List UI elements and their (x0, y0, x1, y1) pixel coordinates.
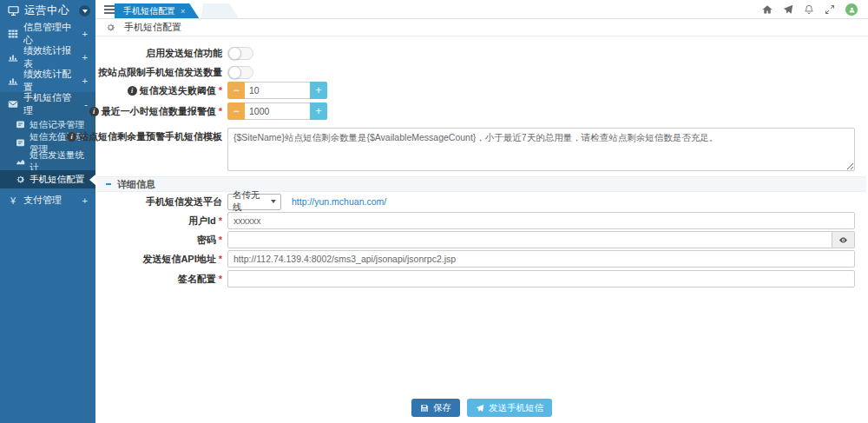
ghost-tab (201, 3, 239, 18)
tab-sms-config[interactable]: 手机短信配置 × (115, 3, 199, 18)
row-api-url: 发送短信API地址 * (95, 250, 855, 268)
limit-by-site-toggle[interactable] (227, 66, 253, 79)
plus-button[interactable]: + (310, 102, 327, 120)
api-url-input[interactable] (227, 250, 855, 268)
active-item-notch (89, 175, 95, 185)
tab-label: 手机短信配置 (123, 5, 175, 17)
main-area: 手机短信配置 × 手机短信配置 (95, 0, 868, 423)
signature-input[interactable] (227, 270, 855, 288)
signature-label: 签名配置 * (95, 273, 227, 286)
sidebar-subitem-label: 短信记录管理 (30, 119, 84, 131)
sidebar-item-sms-management[interactable]: 手机短信管理 - (0, 92, 95, 116)
api-url-label: 发送短信API地址 * (95, 253, 227, 266)
platform-selected-value: 名传无线 (233, 189, 267, 214)
sidebar-item-perf-report[interactable]: 绩效统计报表 + (0, 45, 95, 69)
action-buttons: 保存 发送手机短信 (95, 399, 868, 417)
sidebar-item-label: 手机短信管理 (23, 91, 79, 117)
required-mark: * (219, 86, 222, 96)
platform-select[interactable]: 名传无线 (227, 194, 281, 210)
topbar-icons (762, 3, 858, 16)
hour-alarm-label: 最近一小时短信数量报警值 * (95, 105, 227, 118)
minus-button[interactable]: − (227, 82, 245, 99)
tab-close-icon[interactable]: × (181, 7, 185, 16)
required-mark: * (219, 216, 222, 226)
required-mark: * (219, 107, 222, 116)
sidebar-item-info-center[interactable]: 信息管理中心 + (0, 22, 95, 45)
password-input[interactable] (227, 231, 832, 248)
row-user-id: 用户Id * (95, 212, 855, 229)
fullscreen-icon[interactable] (825, 4, 835, 15)
user-id-label: 用户Id * (95, 215, 227, 228)
eye-icon[interactable] (832, 231, 855, 248)
enable-sms-toggle[interactable] (227, 47, 253, 60)
sidebar-subitem-sms-config[interactable]: 手机短信配置 (0, 170, 95, 188)
row-hour-alarm: 最近一小时短信数量报警值 * − + (95, 102, 855, 121)
sidebar-toggle-icon[interactable] (104, 5, 115, 16)
sidebar-subitem-send-volume-stats[interactable]: 短信发送量统计 (0, 152, 95, 170)
info-icon (67, 132, 76, 142)
fail-threshold-stepper: − + (227, 82, 330, 99)
sidebar-item-label: 信息管理中心 (23, 21, 77, 47)
minus-button[interactable]: − (227, 102, 245, 120)
sidebar-subitem-label: 手机短信配置 (30, 174, 84, 186)
hour-alarm-stepper: − + (227, 102, 330, 120)
app-title: 运营中心 (24, 3, 69, 18)
row-limit-by-site: 按站点限制手机短信发送数量 (95, 63, 855, 82)
page-title: 手机短信配置 (124, 21, 181, 34)
tab-bar: 手机短信配置 × (95, 0, 868, 19)
home-icon[interactable] (762, 4, 773, 15)
area-chart-icon (16, 156, 25, 166)
sidebar-item-perf-config[interactable]: 绩效统计配置 + (0, 69, 95, 92)
bar-chart-icon (8, 52, 18, 63)
fail-threshold-label: 短信发送失败阈值 * (95, 84, 227, 97)
required-mark: * (219, 274, 222, 284)
template-label: 站点短信剩余量预警手机短信模板 (95, 128, 227, 143)
required-mark: * (219, 254, 222, 264)
plus-button[interactable]: + (310, 82, 327, 99)
gear-icon (106, 23, 115, 32)
form-content: 启用发送短信功能 按站点限制手机短信发送数量 短信发送失败阈值 * − + 最近… (95, 37, 868, 423)
password-group (227, 231, 855, 248)
sidebar: 运营中心 信息管理中心 + 绩效统计报表 + 绩效统计配置 + 手机短信管理 - (0, 0, 95, 423)
send-sms-button[interactable]: 发送手机短信 (467, 399, 552, 417)
avatar[interactable] (845, 3, 858, 16)
detail-section-title: 详细信息 (117, 178, 155, 191)
gear-icon (16, 175, 25, 184)
message-icon (16, 138, 25, 148)
detail-section-header[interactable]: 详细信息 (97, 176, 866, 192)
send-plane-icon[interactable] (783, 4, 793, 15)
template-textarea[interactable]: {$SiteName}站点短信剩余数量是{$AvailableMessageCo… (227, 128, 855, 171)
sidebar-item-label: 绩效统计报表 (23, 44, 77, 70)
expand-plus-icon: + (82, 52, 88, 63)
hour-alarm-input[interactable] (245, 102, 310, 120)
collapse-minus-icon: - (84, 99, 88, 109)
yen-icon (8, 195, 18, 206)
message-icon (16, 120, 25, 129)
user-id-input[interactable] (227, 212, 855, 229)
info-icon (89, 107, 99, 116)
row-platform: 手机短信发送平台 名传无线 http://yun.mchuan.com/ (95, 193, 855, 210)
enable-sms-label: 启用发送短信功能 (95, 47, 227, 60)
monitor-icon (8, 5, 19, 17)
password-label: 密码 * (95, 234, 227, 247)
bell-icon[interactable] (804, 4, 814, 15)
fail-threshold-input[interactable] (245, 82, 310, 99)
expand-plus-icon: + (82, 29, 88, 39)
row-template: 站点短信剩余量预警手机短信模板 {$SiteName}站点短信剩余数量是{$Av… (95, 128, 855, 171)
save-icon (420, 404, 429, 413)
limit-by-site-label: 按站点限制手机短信发送数量 (95, 66, 227, 79)
sidebar-item-payment[interactable]: 支付管理 + (0, 188, 95, 212)
required-mark: * (219, 235, 222, 245)
sidebar-item-label: 绩效统计配置 (23, 68, 77, 94)
row-enable-sms: 启用发送短信功能 (95, 43, 855, 63)
paper-plane-icon (476, 404, 484, 413)
row-signature: 签名配置 * (95, 270, 855, 288)
save-button[interactable]: 保存 (411, 399, 460, 417)
sidebar-collapse-button[interactable] (79, 5, 90, 17)
row-password: 密码 * (95, 231, 855, 248)
expand-plus-icon: + (82, 76, 88, 86)
collapse-dash-icon (106, 183, 111, 185)
sidebar-header: 运营中心 (0, 0, 95, 22)
platform-link[interactable]: http://yun.mchuan.com/ (292, 196, 386, 207)
expand-plus-icon: + (82, 195, 88, 206)
